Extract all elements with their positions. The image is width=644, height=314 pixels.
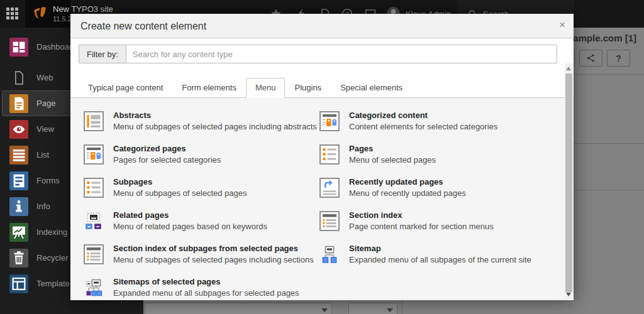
sidebar-item-label: Page [36,99,55,108]
content-element-description: Expanded menu of all subpages for select… [113,288,299,298]
view-module-icon [9,120,28,139]
ce-sitemaps-selected-icon [84,278,104,298]
content-element-item[interactable]: SitemapExpanded menu of all subpages of … [319,243,561,276]
sidebar-item-label: List [36,150,49,160]
ce-related-pages-icon [84,211,104,231]
ce-section-index-icon [319,211,340,231]
content-element-item[interactable]: Recently updated pagesMenu of recently u… [319,176,561,210]
sidebar-item-list[interactable]: List [0,142,70,168]
sidebar-nav: DashboardWebPageViewListFormsInfoIndexin… [0,34,70,296]
sidebar-item-label: View [36,124,54,134]
sidebar-item-label: Forms [36,176,60,185]
sidebar-item-label: Web [36,73,53,82]
sidebar-item-view[interactable]: View [0,116,70,142]
content-element-description: Menu of recently updated pages [349,188,466,198]
info-module-icon [9,197,28,216]
ce-pages-icon [319,144,340,165]
content-element-title: Categorized content [349,111,497,120]
scroll-up-icon[interactable] [566,67,571,70]
ce-categorized-content-icon [319,111,340,131]
sidebar-item-label: Indexing [36,227,67,237]
sidebar-item-web[interactable]: Web [0,65,70,90]
ce-recently-updated-icon [319,178,340,198]
filter-label: Filter by: [79,45,126,63]
content-element-item[interactable]: AbstractsMenu of subpages of selected pa… [84,110,319,143]
sidebar-item-forms[interactable]: Forms [0,168,70,193]
template-module-icon [9,274,28,293]
content-element-description: Menu of subpages of selected pages inclu… [113,122,317,131]
content-element-title: Recently updated pages [349,177,466,187]
help-button[interactable]: ? [607,50,630,67]
tab-form-elements[interactable]: Form elements [172,78,246,98]
content-element-grid: AbstractsMenu of subpages of selected pa… [70,98,574,300]
content-element-description: Menu of subpages of selected pages [113,188,247,198]
modal-scrollbar[interactable] [565,63,573,300]
content-element-title: Sitemaps of selected pages [113,277,299,286]
create-content-element-modal: Create new content element × Filter by: … [70,14,574,300]
content-element-title: Section index [349,210,494,220]
modules-menu-toggle-icon[interactable] [6,7,21,22]
list-module-icon [9,146,28,165]
typo3-logo-icon [33,6,47,21]
share-button[interactable] [579,50,602,67]
sidebar-item-indexing[interactable]: Indexing [0,219,70,245]
site-name: New TYPO3 site [53,4,113,14]
ce-categorized-pages-icon [84,144,104,165]
ce-section-index-subpages-icon [84,244,104,264]
content-element-description: Pages for selected categories [113,155,221,165]
content-element-item[interactable]: SubpagesMenu of subpages of selected pag… [84,176,319,210]
scrollbar-thumb[interactable] [565,73,572,292]
content-element-item[interactable]: Categorized pagesPages for selected cate… [84,143,319,176]
page-title: example.com [1] [562,33,636,43]
modal-title: Create new content element [70,14,574,38]
sidebar-item-label: Info [36,202,50,211]
content-element-description: Content elements for selected categories [349,122,497,131]
content-element-description: Page content marked for section menus [349,222,494,231]
content-element-item[interactable]: PagesMenu of selected pages [319,143,561,176]
content-type-search-input[interactable] [126,45,557,63]
scroll-down-icon[interactable] [566,293,571,296]
background-select[interactable] [348,303,397,314]
sidebar-item-dashboard[interactable]: Dashboard [0,34,70,60]
content-element-tabs: Typical page contentForm elementsMenuPlu… [70,78,574,98]
close-icon[interactable]: × [559,19,565,30]
content-element-title: Sitemap [349,244,531,253]
ce-subpages-icon [84,178,104,198]
content-element-description: Menu of selected pages [349,155,436,165]
ce-sitemap-icon [319,244,340,264]
content-element-description: Menu of subpages of selected pages inclu… [113,255,314,264]
content-element-title: Pages [349,144,436,153]
indexing-module-icon [9,223,28,242]
sidebar-item-template[interactable]: Template [0,271,70,296]
content-element-item[interactable]: Sitemaps of selected pagesExpanded menu … [84,276,319,300]
tab-special-elements[interactable]: Special elements [331,78,412,98]
sidebar-item-label: Template [36,279,70,288]
filter-row: Filter by: [79,45,557,63]
recycler-module-icon [9,249,28,268]
tab-typical-page-content[interactable]: Typical page content [79,78,172,98]
content-element-title: Categorized pages [113,144,221,153]
content-element-item[interactable]: Categorized contentContent elements for … [319,110,561,143]
content-element-item[interactable]: Related pagesMenu of related pages based… [84,210,319,243]
content-element-item[interactable]: Section indexPage content marked for sec… [319,210,561,243]
forms-module-icon [9,171,28,190]
modal-header: Create new content element × [70,14,574,38]
modal-body: Filter by: Typical page contentForm elem… [70,38,574,300]
content-element-title: Subpages [113,177,247,187]
ce-abstracts-icon [84,111,104,131]
content-element-description: Expanded menu of all subpages of the cur… [349,255,531,264]
sidebar-item-page[interactable]: Page [0,90,70,116]
content-element-title: Related pages [113,210,267,220]
menu-tab-panel: AbstractsMenu of subpages of selected pa… [70,98,574,300]
panel-divider [402,300,402,314]
tab-plugins[interactable]: Plugins [285,78,331,98]
sidebar-item-recycler[interactable]: Recycler [0,245,70,271]
content-element-item[interactable]: Section index of subpages from selected … [84,243,319,276]
sidebar-item-label: Recycler [36,253,69,263]
tab-menu[interactable]: Menu [246,78,286,98]
content-element-title: Abstracts [113,111,317,120]
dashboard-module-icon [9,38,28,57]
content-element-title: Section index of subpages from selected … [113,244,314,253]
background-select[interactable] [145,303,332,314]
sidebar-item-info[interactable]: Info [0,193,70,219]
